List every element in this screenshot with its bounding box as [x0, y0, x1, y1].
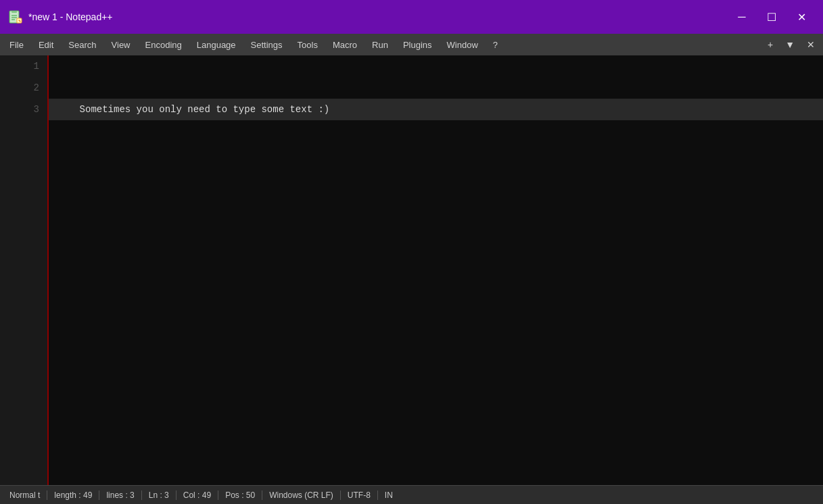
menu-language[interactable]: Language: [190, 37, 243, 53]
menu-view[interactable]: View: [105, 37, 137, 53]
line-numbers: 1 2 3: [0, 55, 49, 485]
menu-edit[interactable]: Edit: [32, 37, 60, 53]
status-length: length : 49: [47, 490, 99, 500]
menu-tools[interactable]: Tools: [291, 37, 325, 53]
editor-container: 1 2 3 Sometimes you only need to type so…: [0, 55, 823, 485]
menu-bar: File Edit Search View Encoding Language …: [0, 34, 823, 55]
line-number-2: 2: [5, 77, 42, 99]
title-controls: ─ ☐ ✕: [728, 6, 815, 28]
status-style: Normal t: [7, 490, 47, 500]
line-number-1: 1: [5, 55, 42, 77]
editor-content[interactable]: Sometimes you only need to type some tex…: [49, 55, 823, 485]
app-icon: ✎: [8, 9, 23, 24]
status-encoding: UTF-8: [341, 490, 378, 500]
tab-dropdown-button[interactable]: ▼: [780, 36, 800, 53]
menu-run[interactable]: Run: [365, 37, 395, 53]
menu-file[interactable]: File: [3, 37, 30, 53]
line-number-3: 3: [5, 99, 42, 120]
editor-line-2: [49, 77, 823, 99]
status-col: Col : 49: [177, 490, 218, 500]
status-lines: lines : 3: [99, 490, 141, 500]
svg-rect-1: [11, 11, 17, 13]
status-line-ending: Windows (CR LF): [262, 490, 341, 500]
title-text: *new 1 - Notepad++: [28, 11, 113, 22]
minimize-button[interactable]: ─: [728, 6, 755, 28]
status-bar: Normal t length : 49 lines : 3 Ln : 3 Co…: [0, 485, 823, 504]
add-tab-button[interactable]: +: [762, 36, 778, 53]
menu-window[interactable]: Window: [440, 37, 485, 53]
editor-line-3: Sometimes you only need to type some tex…: [49, 99, 823, 120]
menu-encoding[interactable]: Encoding: [139, 37, 189, 53]
status-pos: Pos : 50: [218, 490, 262, 500]
menu-macro[interactable]: Macro: [326, 37, 364, 53]
close-button[interactable]: ✕: [788, 6, 815, 28]
title-bar: ✎ *new 1 - Notepad++ ─ ☐ ✕: [0, 0, 823, 34]
menu-search[interactable]: Search: [62, 37, 103, 53]
menu-right: + ▼ ✕: [762, 36, 820, 53]
status-ins: IN: [378, 490, 400, 500]
menu-plugins[interactable]: Plugins: [396, 37, 439, 53]
title-left: ✎ *new 1 - Notepad++: [8, 9, 113, 24]
menu-settings[interactable]: Settings: [244, 37, 289, 53]
menu-help[interactable]: ?: [486, 37, 504, 53]
close-tab-button[interactable]: ✕: [801, 36, 820, 53]
maximize-button[interactable]: ☐: [758, 6, 785, 28]
svg-text:✎: ✎: [18, 19, 21, 23]
status-ln: Ln : 3: [142, 490, 177, 500]
editor-line-1: [49, 55, 823, 77]
